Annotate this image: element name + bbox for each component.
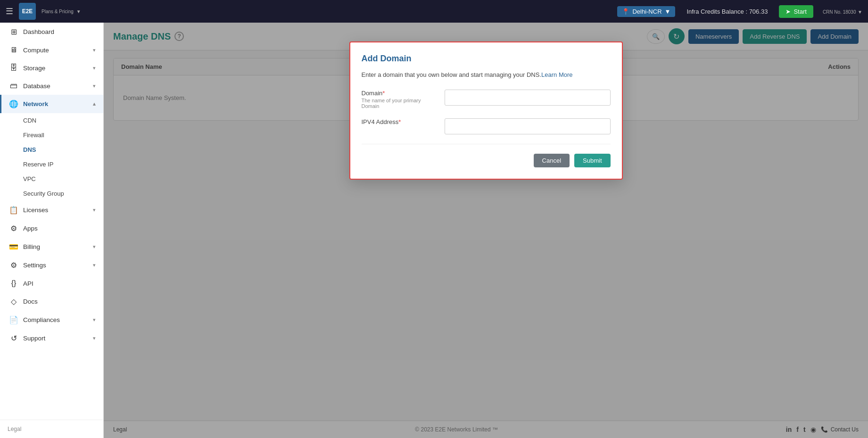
modal-overlay: Add Domain Enter a domain that you own b… xyxy=(104,23,868,438)
region-selector[interactable]: 📍 Delhi-NCR ▼ xyxy=(617,6,675,17)
sidebar-item-storage[interactable]: 🗄 Storage ▾ xyxy=(0,59,103,77)
docs-icon: ◇ xyxy=(9,297,18,306)
plans-pricing-chevron: ▼ xyxy=(76,9,81,14)
region-label: Delhi-NCR xyxy=(632,8,661,15)
api-icon: {} xyxy=(9,279,18,288)
network-icon: 🌐 xyxy=(9,99,18,108)
sidebar-item-label: Settings xyxy=(23,262,46,269)
ipv4-form-row: IPV4 Address* xyxy=(362,118,611,134)
apps-icon: ⚙ xyxy=(9,224,18,233)
sidebar-item-docs[interactable]: ◇ Docs xyxy=(0,292,103,311)
settings-icon: ⚙ xyxy=(9,261,18,270)
start-button[interactable]: ➤ Start xyxy=(779,5,813,18)
modal-divider xyxy=(362,144,611,144)
sidebar-item-settings[interactable]: ⚙ Settings ▾ xyxy=(0,256,103,274)
sidebar-item-support[interactable]: ↺ Support ▾ xyxy=(0,329,103,347)
region-chevron: ▼ xyxy=(665,8,671,15)
sidebar-item-licenses[interactable]: 📋 Licenses ▾ xyxy=(0,201,103,219)
billing-icon: 💳 xyxy=(9,242,18,251)
storage-icon: 🗄 xyxy=(9,64,18,72)
plans-pricing-label: Plans & Pricing xyxy=(41,9,74,14)
main-content: Manage DNS ? 🔍 ↻ Nameservers Add Reverse… xyxy=(104,23,868,438)
sidebar-item-label: Apps xyxy=(23,225,38,232)
sidebar-item-compliances[interactable]: 📄 Compliances ▾ xyxy=(0,311,103,329)
ipv4-field-label: IPV4 Address* xyxy=(362,118,437,125)
sidebar: ⊞ Dashboard 🖥 Compute ▾ 🗄 Storage ▾ 🗃 Da… xyxy=(0,23,104,438)
sidebar-item-label: Docs xyxy=(23,298,38,305)
storage-chevron: ▾ xyxy=(93,65,96,71)
database-chevron: ▾ xyxy=(93,83,96,89)
sidebar-subitem-security-group[interactable]: Security Group xyxy=(0,186,103,201)
sidebar-subitem-vpc[interactable]: VPC xyxy=(0,172,103,186)
sidebar-item-label: Compliances xyxy=(23,316,60,323)
compute-icon: 🖥 xyxy=(9,46,18,54)
settings-chevron: ▾ xyxy=(93,262,96,268)
domain-sublabel: The name of your primary Domain xyxy=(362,98,437,109)
cdn-label: CDN xyxy=(23,117,36,124)
sidebar-item-label: Billing xyxy=(23,243,40,250)
credits-balance: Infra Credits Balance : 706.33 xyxy=(686,8,768,15)
sidebar-item-database[interactable]: 🗃 Database ▾ xyxy=(0,77,103,95)
sidebar-item-label: Network xyxy=(23,100,48,107)
network-chevron: ▴ xyxy=(93,101,96,107)
start-arrow-icon: ➤ xyxy=(785,8,791,15)
sidebar-item-label: API xyxy=(23,280,33,287)
sidebar-item-label: Database xyxy=(23,83,50,90)
support-icon: ↺ xyxy=(9,334,18,343)
compute-chevron: ▾ xyxy=(93,47,96,53)
sidebar-item-label: Support xyxy=(23,335,45,342)
database-icon: 🗃 xyxy=(9,82,18,90)
billing-chevron: ▾ xyxy=(93,244,96,250)
support-chevron: ▾ xyxy=(93,335,96,341)
learn-more-link[interactable]: Learn More xyxy=(541,71,572,78)
sidebar-item-label: Licenses xyxy=(23,207,48,214)
ipv4-label-group: IPV4 Address* xyxy=(362,118,437,125)
sidebar-subitem-cdn[interactable]: CDN xyxy=(0,113,103,128)
crn-label[interactable]: CRN No. 18030 ▼ xyxy=(823,8,862,15)
domain-form-row: Domain* The name of your primary Domain xyxy=(362,90,611,109)
submit-button[interactable]: Submit xyxy=(574,154,610,167)
domain-label-group: Domain* The name of your primary Domain xyxy=(362,90,437,109)
compliances-icon: 📄 xyxy=(9,315,18,324)
pin-icon: 📍 xyxy=(622,8,629,15)
sidebar-subitem-dns[interactable]: DNS xyxy=(0,142,103,157)
cancel-button[interactable]: Cancel xyxy=(534,154,570,167)
licenses-chevron: ▾ xyxy=(93,207,96,213)
sidebar-item-network[interactable]: 🌐 Network ▴ xyxy=(0,95,103,113)
sidebar-item-label: Compute xyxy=(23,47,49,54)
modal-footer: Cancel Submit xyxy=(362,154,611,167)
plans-pricing-dropdown[interactable]: Plans & Pricing ▼ xyxy=(41,9,81,14)
add-domain-modal: Add Domain Enter a domain that you own b… xyxy=(349,41,623,180)
sidebar-item-billing[interactable]: 💳 Billing ▾ xyxy=(0,238,103,256)
sidebar-subitem-reserve-ip[interactable]: Reserve IP xyxy=(0,157,103,172)
sidebar-footer-legal[interactable]: Legal xyxy=(0,420,103,438)
navbar: ☰ E2E Plans & Pricing ▼ 📍 Delhi-NCR ▼ In… xyxy=(0,0,868,23)
compliances-chevron: ▾ xyxy=(93,317,96,323)
domain-input[interactable] xyxy=(445,90,611,106)
sidebar-item-label: Storage xyxy=(23,65,45,72)
sidebar-item-dashboard[interactable]: ⊞ Dashboard xyxy=(0,23,103,41)
modal-description: Enter a domain that you own below and st… xyxy=(362,71,611,78)
modal-title: Add Domain xyxy=(362,54,611,64)
reserve-ip-label: Reserve IP xyxy=(23,161,53,168)
domain-field-label: Domain* xyxy=(362,90,437,97)
app-logo: E2E xyxy=(19,3,36,20)
dashboard-icon: ⊞ xyxy=(9,27,18,36)
hamburger-menu[interactable]: ☰ xyxy=(6,6,13,17)
sidebar-subitem-firewall[interactable]: Firewall xyxy=(0,128,103,142)
sidebar-item-label: Dashboard xyxy=(23,28,54,35)
licenses-icon: 📋 xyxy=(9,206,18,215)
sidebar-item-compute[interactable]: 🖥 Compute ▾ xyxy=(0,41,103,59)
sidebar-item-api[interactable]: {} API xyxy=(0,274,103,292)
security-group-label: Security Group xyxy=(23,190,64,197)
sidebar-item-apps[interactable]: ⚙ Apps xyxy=(0,219,103,238)
firewall-label: Firewall xyxy=(23,132,44,139)
vpc-label: VPC xyxy=(23,175,36,182)
ipv4-input[interactable] xyxy=(445,118,611,134)
dns-label: DNS xyxy=(23,146,36,153)
